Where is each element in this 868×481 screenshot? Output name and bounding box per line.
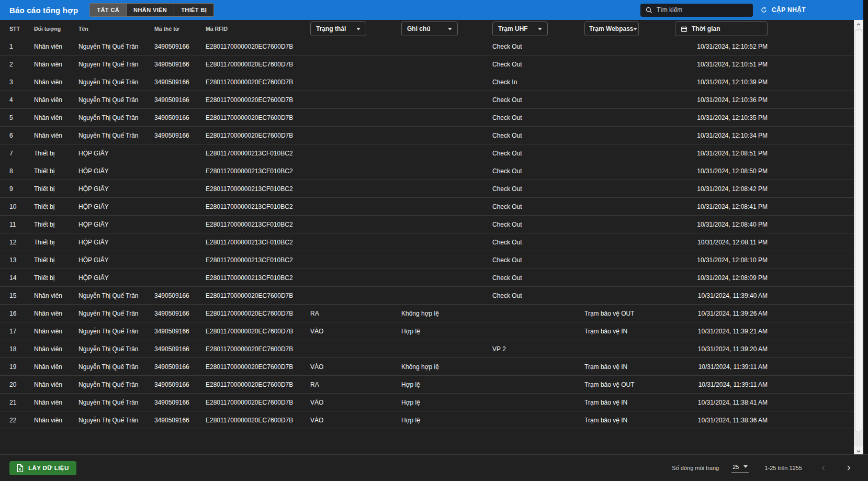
tab-nhan-vien[interactable]: NHÂN VIÊN: [127, 4, 174, 16]
cell-ma-rfid: E280117000000213CF010BC2: [206, 185, 310, 193]
table-body: 1 Nhân viên Nguyễn Thị Quế Trân 34905091…: [0, 38, 863, 429]
col-header-doi-tuong: Đối tượng: [34, 26, 78, 32]
rows-per-page-select[interactable]: 25: [731, 464, 749, 473]
table-row[interactable]: 15 Nhân viên Nguyễn Thị Quế Trân 3490509…: [0, 287, 863, 305]
report-app: Báo cáo tổng hợp TẤT CẢ NHÂN VIÊN THIẾT …: [0, 0, 868, 481]
cell-doi-tuong: Nhân viên: [34, 310, 78, 317]
cell-thoi-gian: 10/31/2024, 12:10:51 PM: [675, 61, 768, 68]
search-box[interactable]: [640, 4, 753, 17]
scrollbar-thumb[interactable]: [855, 29, 862, 432]
table-row[interactable]: 11 Thiết bị HỘP GIẤY E280117000000213CF0…: [0, 216, 863, 233]
table-row[interactable]: 3 Nhân viên Nguyễn Thị Quế Trân 34905091…: [0, 73, 863, 91]
previous-page-button[interactable]: [820, 464, 827, 472]
table-row[interactable]: 22 Nhân viên Nguyễn Thị Quế Trân 3490509…: [0, 411, 863, 429]
table-row[interactable]: 5 Nhân viên Nguyễn Thị Quế Trân 34905091…: [0, 109, 863, 127]
cell-ghi-chu: Hợp lệ: [401, 328, 492, 335]
top-bar-actions: CẬP NHẬT: [640, 0, 806, 20]
tab-group: TẤT CẢ NHÂN VIÊN THIẾT BỊ: [89, 3, 214, 17]
cell-ten: HỘP GIẤY: [78, 221, 154, 228]
table-row[interactable]: 1 Nhân viên Nguyễn Thị Quế Trân 34905091…: [0, 38, 863, 55]
cell-doi-tuong: Thiết bị: [34, 185, 78, 193]
cell-tram-uhf: Check Out: [492, 185, 584, 193]
table-row[interactable]: 16 Nhân viên Nguyễn Thị Quế Trân 3490509…: [0, 305, 863, 322]
chevron-down-icon: [743, 465, 748, 468]
bottom-bar: LẤY DỮ LIỆU Số dòng mỗi trang 25 1-25 tr…: [0, 454, 868, 481]
cell-ma-the-tu: 3490509166: [154, 132, 206, 139]
chevron-up-icon: [856, 22, 861, 27]
cell-thoi-gian: 10/31/2024, 11:39:21 AM: [675, 328, 768, 335]
cell-stt: 14: [0, 274, 34, 282]
vertical-scrollbar[interactable]: [854, 20, 863, 455]
cell-thoi-gian: 10/31/2024, 12:10:36 PM: [675, 96, 768, 104]
cell-ten: Nguyễn Thị Quế Trân: [78, 345, 154, 353]
tab-thiet-bi[interactable]: THIẾT BỊ: [174, 4, 213, 16]
cell-ma-rfid: E28011700000020EC7600D7B: [206, 381, 310, 388]
table-row[interactable]: 14 Thiết bị HỘP GIẤY E280117000000213CF0…: [0, 269, 863, 287]
update-button[interactable]: CẬP NHẬT: [760, 6, 806, 14]
table-row[interactable]: 8 Thiết bị HỘP GIẤY E280117000000213CF01…: [0, 162, 863, 180]
table-row[interactable]: 21 Nhân viên Nguyễn Thị Quế Trân 3490509…: [0, 394, 863, 411]
cell-doi-tuong: Nhân viên: [34, 114, 78, 121]
cell-ma-the-tu: 3490509166: [154, 399, 206, 406]
table-row[interactable]: 10 Thiết bị HỘP GIẤY E280117000000213CF0…: [0, 198, 863, 216]
filter-trang-thai[interactable]: Trạng thái: [310, 21, 366, 36]
cell-ghi-chu: Hợp lệ: [401, 417, 492, 424]
cell-doi-tuong: Nhân viên: [34, 363, 78, 371]
cell-thoi-gian: 10/31/2024, 12:08:10 PM: [675, 256, 768, 264]
file-export-icon: [17, 464, 24, 472]
table-row[interactable]: 18 Nhân viên Nguyễn Thị Quế Trân 3490509…: [0, 340, 863, 358]
scrollbar-up-button[interactable]: [854, 20, 863, 29]
tab-all[interactable]: TẤT CẢ: [90, 4, 127, 16]
cell-ten: Nguyễn Thị Quế Trân: [78, 61, 154, 68]
cell-stt: 6: [0, 132, 34, 139]
filter-tram-uhf-label: Trạm UHF: [498, 25, 528, 32]
export-data-button[interactable]: LẤY DỮ LIỆU: [9, 461, 76, 475]
cell-stt: 2: [0, 61, 34, 68]
table-row[interactable]: 2 Nhân viên Nguyễn Thị Quế Trân 34905091…: [0, 55, 863, 73]
cell-tram-webpass: Trạm bảo vệ IN: [584, 399, 675, 406]
update-button-label: CẬP NHẬT: [772, 6, 806, 14]
cell-stt: 18: [0, 345, 34, 353]
filter-tram-webpass[interactable]: Trạm Webpass: [584, 21, 639, 36]
table-row[interactable]: 6 Nhân viên Nguyễn Thị Quế Trân 34905091…: [0, 127, 863, 144]
cell-stt: 8: [0, 167, 34, 175]
cell-ten: Nguyễn Thị Quế Trân: [78, 417, 154, 424]
col-header-ma-rfid: Mã RFID: [206, 26, 310, 32]
table-row[interactable]: 7 Thiết bị HỘP GIẤY E280117000000213CF01…: [0, 144, 863, 162]
filter-tram-uhf[interactable]: Trạm UHF: [492, 21, 548, 36]
cell-ten: HỘP GIẤY: [78, 239, 154, 246]
cell-ten: Nguyễn Thị Quế Trân: [78, 381, 154, 388]
table-row[interactable]: 4 Nhân viên Nguyễn Thị Quế Trân 34905091…: [0, 91, 863, 109]
cell-ma-rfid: E280117000000213CF010BC2: [206, 150, 310, 157]
cell-tram-webpass: Trạm bảo vệ IN: [584, 328, 675, 335]
chevron-down-icon: [356, 28, 360, 30]
filter-thoi-gian[interactable]: Thời gian: [675, 21, 768, 36]
cell-ghi-chu: Không hợp lệ: [401, 310, 492, 317]
cell-ma-rfid: E28011700000020EC7600D7B: [206, 363, 310, 371]
cell-stt: 20: [0, 381, 34, 388]
cell-doi-tuong: Nhân viên: [34, 43, 78, 50]
search-input[interactable]: [657, 6, 748, 14]
cell-ma-rfid: E28011700000020EC7600D7B: [206, 114, 310, 121]
table-row[interactable]: 12 Thiết bị HỘP GIẤY E280117000000213CF0…: [0, 233, 863, 251]
cell-ghi-chu: Hợp lệ: [401, 381, 492, 388]
table-row[interactable]: 20 Nhân viên Nguyễn Thị Quế Trân 3490509…: [0, 376, 863, 394]
cell-thoi-gian: 10/31/2024, 11:39:11 AM: [675, 363, 768, 371]
cell-stt: 21: [0, 399, 34, 406]
cell-ten: HỘP GIẤY: [78, 203, 154, 210]
filter-ghi-chu[interactable]: Ghi chú: [401, 21, 458, 36]
cell-doi-tuong: Nhân viên: [34, 399, 78, 406]
cell-tram-uhf: Check Out: [492, 221, 584, 228]
table-row[interactable]: 17 Nhân viên Nguyễn Thị Quế Trân 3490509…: [0, 322, 863, 340]
cell-doi-tuong: Nhân viên: [34, 292, 78, 299]
table-row[interactable]: 9 Thiết bị HỘP GIẤY E280117000000213CF01…: [0, 180, 863, 198]
cell-stt: 10: [0, 203, 34, 210]
cell-ma-the-tu: 3490509166: [154, 328, 206, 335]
cell-tram-uhf: VP 2: [492, 345, 584, 353]
cell-tram-webpass: Trạm bảo vệ IN: [584, 363, 675, 371]
cell-trang-thai: VÀO: [310, 417, 401, 424]
table-row[interactable]: 19 Nhân viên Nguyễn Thị Quế Trân 3490509…: [0, 358, 863, 376]
next-page-button[interactable]: [845, 464, 852, 472]
search-icon: [646, 7, 652, 14]
table-row[interactable]: 13 Thiết bị HỘP GIẤY E280117000000213CF0…: [0, 251, 863, 269]
